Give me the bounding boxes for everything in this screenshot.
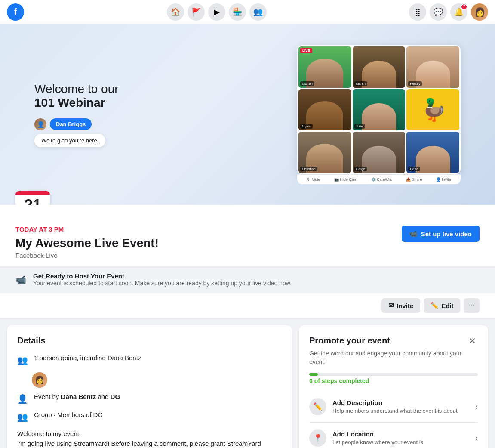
video-toolbar: 🎙 Mute 📷 Hide Cam ⚙️ Cam/Mic 📤 Share 👤 I… bbox=[297, 174, 461, 184]
dan-briggs-bubble: 👤 Dan Briggs bbox=[34, 118, 119, 130]
pages-nav-button[interactable]: 🚩 bbox=[188, 3, 205, 21]
add-description-sub: Help members understand what the event i… bbox=[332, 407, 469, 415]
video-cell-duck: 🦆 bbox=[406, 89, 459, 130]
video-cell-mylon: Mylon bbox=[298, 89, 351, 130]
dan-name-badge: Dan Briggs bbox=[50, 118, 92, 130]
user-avatar[interactable]: 👩 bbox=[471, 3, 488, 21]
group-text: Group · Members of DG bbox=[34, 411, 103, 418]
hide-cam-btn: 📷 Hide Cam bbox=[334, 177, 357, 182]
cell-label-geige: Geige bbox=[354, 167, 367, 171]
groups-nav-button[interactable]: 👥 bbox=[249, 3, 267, 21]
promote-item-description-text: Add Description Help members understand … bbox=[332, 399, 469, 415]
top-navigation: f 🏠 🚩 ▶ 🏪 👥 ⣿ 💬 🔔 7 👩 bbox=[0, 0, 495, 24]
nav-left: f bbox=[7, 3, 24, 21]
progress-label: 0 of steps completed bbox=[309, 377, 478, 384]
steps-completed: 0 bbox=[309, 377, 313, 384]
add-description-title: Add Description bbox=[332, 399, 469, 406]
alert-banner: 📹 Get Ready to Host Your Event Your even… bbox=[0, 266, 495, 293]
cam-mic-btn: ⚙️ Cam/Mic bbox=[371, 177, 392, 182]
live-video-icon: 📹 bbox=[409, 230, 418, 238]
notification-count: 7 bbox=[461, 3, 467, 10]
details-title: Details bbox=[17, 336, 282, 346]
nav-center: 🏠 🚩 ▶ 🏪 👥 bbox=[167, 3, 267, 21]
steps-label: of steps completed bbox=[314, 377, 369, 384]
share-btn: 📤 Share bbox=[406, 177, 422, 182]
live-badge: LIVE bbox=[300, 48, 312, 53]
date-badge-number: 21 bbox=[15, 195, 50, 205]
marketplace-nav-button[interactable]: 🏪 bbox=[229, 3, 246, 21]
add-location-sub: Let people know where your event is bbox=[332, 439, 469, 446]
invite-button[interactable]: ✉ Invite bbox=[381, 298, 420, 313]
event-date-time: TODAY AT 3 PM bbox=[15, 226, 159, 233]
edit-icon: ✏️ bbox=[430, 302, 439, 309]
host-name: Dana Bentz bbox=[61, 393, 96, 400]
edit-label: Edit bbox=[441, 302, 453, 309]
event-subtitle: Facebook Live bbox=[15, 252, 159, 259]
notifications-button[interactable]: 🔔 7 bbox=[450, 3, 467, 21]
promote-close-button[interactable]: ✕ bbox=[467, 336, 478, 346]
mute-btn: 🎙 Mute bbox=[307, 177, 320, 182]
add-description-icon: ✏️ bbox=[309, 398, 326, 415]
setup-live-label: Set up live video bbox=[421, 230, 472, 238]
host-icon: 👤 bbox=[17, 394, 28, 404]
details-panel: Details 👥 1 person going, including Dana… bbox=[7, 325, 292, 448]
avatar-image: 👩 bbox=[471, 3, 488, 21]
date-badge: 21 bbox=[15, 191, 50, 205]
host-text: Event by Dana Bentz and DG bbox=[34, 393, 120, 400]
alert-icon: 📹 bbox=[15, 275, 26, 285]
promote-item-location[interactable]: 📍 Add Location Let people know where you… bbox=[309, 423, 478, 448]
alert-title: Get Ready to Host Your Event bbox=[33, 272, 292, 280]
alert-subtitle: Your event is scheduled to start soon. M… bbox=[33, 280, 292, 287]
cell-label-julie: Julie bbox=[354, 124, 365, 129]
home-nav-button[interactable]: 🏠 bbox=[167, 3, 184, 21]
cell-label-kelsey: Kelsey bbox=[408, 81, 422, 86]
duck-emoji: 🦆 bbox=[420, 97, 446, 122]
invite-label: Invite bbox=[397, 302, 413, 309]
cell-label-martin: Martin bbox=[354, 81, 367, 86]
messenger-button[interactable]: 💬 bbox=[430, 3, 447, 21]
watch-nav-button[interactable]: ▶ bbox=[208, 3, 225, 21]
hero-text-area: Welcome to our 101 Webinar 👤 Dan Briggs … bbox=[34, 82, 119, 147]
cell-label-lauren: Lauren bbox=[300, 81, 314, 86]
cell-label-dana: Dana bbox=[408, 167, 420, 171]
video-cell-kelsey: Kelsey bbox=[406, 46, 459, 88]
webinar-video-grid: LIVE Lauren Martin Kelsey bbox=[297, 45, 461, 174]
attendees-icon: 👥 bbox=[17, 355, 28, 365]
event-description-line2: I'm going live using StreamYard! Before … bbox=[17, 440, 261, 448]
video-cell-dana: Dana bbox=[406, 132, 459, 173]
invite-video-btn: 👤 Invite bbox=[436, 177, 451, 182]
dan-avatar: 👤 bbox=[34, 118, 46, 130]
event-info-left: TODAY AT 3 PM My Awesome Live Event! Fac… bbox=[15, 226, 159, 259]
promote-title: Promote your event bbox=[309, 336, 390, 346]
promote-header: Promote your event ✕ bbox=[309, 336, 478, 346]
add-location-icon: 📍 bbox=[309, 429, 326, 447]
dana-avatar: 👩 bbox=[32, 372, 47, 388]
more-options-button[interactable]: ··· bbox=[464, 298, 480, 313]
video-grid-container: LIVE Lauren Martin Kelsey bbox=[297, 45, 461, 184]
nav-right: ⣿ 💬 🔔 7 👩 bbox=[409, 3, 488, 21]
group-icon: 👥 bbox=[17, 412, 28, 422]
description-chevron-icon: › bbox=[475, 402, 478, 411]
cell-label-mylon: Mylon bbox=[300, 124, 313, 129]
main-content: Details 👥 1 person going, including Dana… bbox=[0, 318, 495, 448]
attendees-text: 1 person going, including Dana Bentz bbox=[34, 354, 141, 361]
cell-label-christian: Christian bbox=[300, 167, 317, 171]
facebook-logo: f bbox=[7, 3, 24, 21]
video-cell-martin: Martin bbox=[353, 46, 406, 88]
event-info-section: TODAY AT 3 PM My Awesome Live Event! Fac… bbox=[0, 205, 495, 266]
invite-icon: ✉ bbox=[388, 302, 394, 309]
action-bar: ✉ Invite ✏️ Edit ··· bbox=[0, 293, 495, 318]
grid-menu-button[interactable]: ⣿ bbox=[409, 3, 426, 21]
add-location-title: Add Location bbox=[332, 430, 469, 438]
hero-welcome-line2: 101 Webinar bbox=[34, 96, 119, 110]
event-description-line1: Welcome to my event. I'm going live usin… bbox=[17, 429, 282, 448]
promote-item-description[interactable]: ✏️ Add Description Help members understa… bbox=[309, 391, 478, 423]
location-chevron-icon: › bbox=[475, 434, 478, 443]
host-group: DG bbox=[111, 393, 120, 400]
promote-subtitle: Get the word out and engage your communi… bbox=[309, 349, 478, 366]
event-title: My Awesome Live Event! bbox=[15, 236, 159, 250]
group-row: 👥 Group · Members of DG bbox=[17, 411, 282, 422]
video-cell-lauren: LIVE Lauren bbox=[298, 46, 351, 88]
setup-live-video-button[interactable]: 📹 Set up live video bbox=[402, 226, 480, 242]
edit-button[interactable]: ✏️ Edit bbox=[424, 298, 460, 313]
